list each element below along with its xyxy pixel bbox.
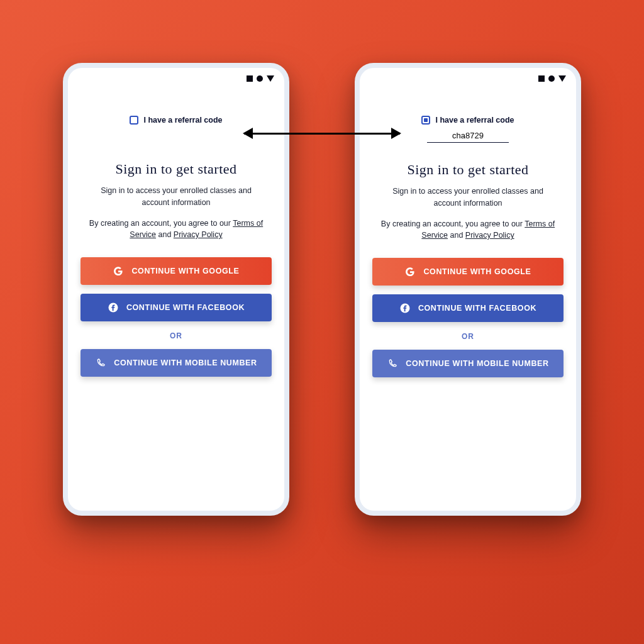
continue-mobile-label: CONTINUE WITH MOBILE NUMBER [114, 358, 257, 367]
privacy-policy-link[interactable]: Privacy Policy [174, 230, 223, 239]
terms-prefix: By creating an account, you agree to our [89, 219, 233, 228]
referral-checkbox[interactable] [130, 116, 138, 125]
continue-mobile-button[interactable]: CONTINUE WITH MOBILE NUMBER [80, 349, 272, 377]
status-square-icon [247, 75, 253, 82]
phone-mockup-unchecked: I have a referral code Sign in to get st… [63, 63, 289, 516]
status-square-icon [538, 75, 545, 82]
continue-mobile-button[interactable]: CONTINUE WITH MOBILE NUMBER [372, 350, 564, 377]
or-divider: OR [80, 331, 272, 340]
terms-text: By creating an account, you agree to our… [80, 218, 272, 242]
google-icon [113, 265, 124, 277]
phone-icon [387, 358, 398, 369]
continue-facebook-label: CONTINUE WITH FACEBOOK [418, 304, 536, 313]
status-bar [68, 68, 284, 86]
privacy-policy-link[interactable]: Privacy Policy [465, 231, 514, 240]
status-triangle-icon [267, 75, 274, 82]
referral-code-input[interactable] [427, 130, 509, 143]
status-circle-icon [257, 75, 263, 82]
terms-text: By creating an account, you agree to our… [372, 218, 564, 242]
terms-and: and [448, 231, 465, 240]
continue-facebook-label: CONTINUE WITH FACEBOOK [126, 303, 245, 312]
continue-google-label: CONTINUE WITH GOOGLE [423, 267, 531, 276]
facebook-icon [399, 303, 411, 314]
continue-facebook-button[interactable]: CONTINUE WITH FACEBOOK [80, 294, 272, 321]
transition-arrow-icon [244, 133, 400, 135]
referral-checkbox[interactable] [421, 116, 430, 125]
terms-and: and [156, 230, 174, 239]
page-subtitle: Sign in to access your enrolled classes … [80, 185, 272, 209]
status-triangle-icon [558, 75, 566, 82]
facebook-icon [108, 302, 119, 313]
continue-google-label: CONTINUE WITH GOOGLE [131, 267, 239, 275]
continue-google-button[interactable]: CONTINUE WITH GOOGLE [372, 258, 564, 286]
referral-label: I have a referral code [435, 116, 514, 125]
terms-prefix: By creating an account, you agree to our [381, 219, 525, 228]
phone-icon [95, 357, 106, 369]
continue-facebook-button[interactable]: CONTINUE WITH FACEBOOK [372, 294, 564, 322]
page-title: Sign in to get started [80, 161, 272, 177]
google-icon [404, 266, 416, 277]
page-title: Sign in to get started [372, 162, 564, 178]
status-circle-icon [548, 75, 555, 82]
page-subtitle: Sign in to access your enrolled classes … [372, 186, 564, 209]
status-bar [360, 68, 576, 86]
referral-label: I have a referral code [143, 116, 222, 125]
continue-mobile-label: CONTINUE WITH MOBILE NUMBER [406, 359, 548, 368]
phone-mockup-checked: I have a referral code Sign in to get st… [355, 63, 581, 516]
continue-google-button[interactable]: CONTINUE WITH GOOGLE [80, 257, 272, 285]
or-divider: OR [372, 332, 564, 341]
